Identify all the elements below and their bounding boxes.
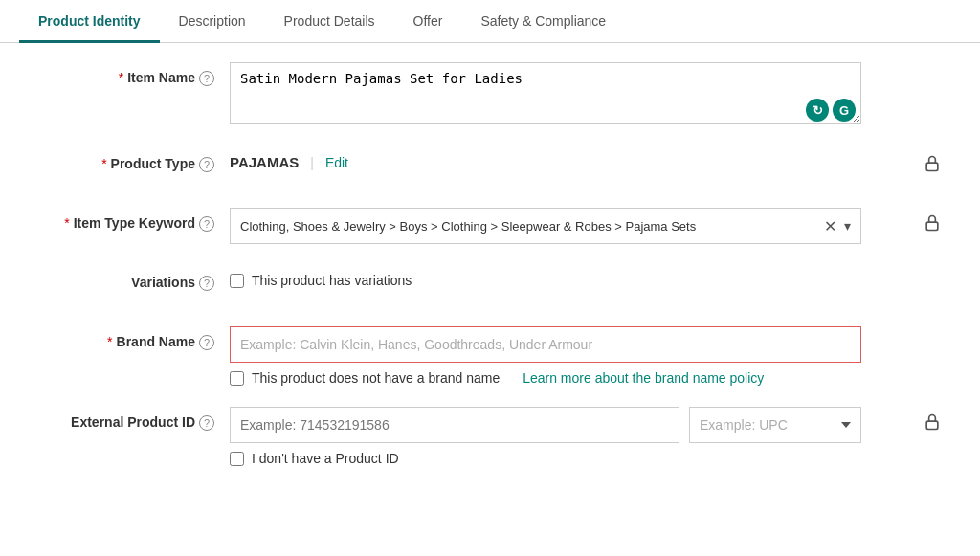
item-type-keyword-label: * Item Type Keyword ? bbox=[19, 208, 230, 232]
item-name-row: * Item Name ? Satin Modern Pajamas Set f… bbox=[19, 62, 942, 127]
external-product-id-label: External Product ID ? bbox=[19, 407, 230, 431]
brand-name-help-icon[interactable]: ? bbox=[199, 335, 214, 350]
item-type-keyword-label-text: Item Type Keyword bbox=[74, 215, 195, 231]
item-type-keyword-help-icon[interactable]: ? bbox=[199, 216, 214, 232]
item-name-required: * bbox=[119, 70, 123, 85]
item-name-icon-arrow[interactable]: ↻ bbox=[806, 99, 829, 122]
product-type-help-icon[interactable]: ? bbox=[199, 157, 214, 172]
product-type-value-row: PAJAMAS | Edit bbox=[230, 148, 348, 170]
tab-navigation: Product Identity Description Product Det… bbox=[0, 0, 980, 43]
tab-description[interactable]: Description bbox=[160, 0, 265, 42]
product-type-lock[interactable] bbox=[923, 148, 942, 173]
variations-checkbox-row: This product has variations bbox=[230, 267, 412, 288]
tab-product-details[interactable]: Product Details bbox=[265, 0, 394, 42]
item-type-keyword-value: Clothing, Shoes & Jewelry > Boys > Cloth… bbox=[240, 219, 824, 234]
tab-safety-compliance[interactable]: Safety & Compliance bbox=[461, 0, 625, 42]
item-name-label: * Item Name ? bbox=[19, 62, 230, 86]
item-type-keyword-control: Clothing, Shoes & Jewelry > Boys > Cloth… bbox=[230, 208, 907, 244]
item-name-icon-g[interactable]: G bbox=[833, 99, 856, 122]
svg-rect-1 bbox=[926, 222, 938, 230]
keyword-clear-button[interactable]: ✕ bbox=[824, 217, 836, 235]
brand-name-input[interactable] bbox=[230, 326, 861, 363]
external-product-id-label-text: External Product ID bbox=[71, 414, 195, 430]
keyword-chevron-icon[interactable]: ▾ bbox=[844, 218, 851, 234]
item-name-help-icon[interactable]: ? bbox=[199, 71, 214, 86]
tab-product-identity[interactable]: Product Identity bbox=[19, 0, 160, 42]
ext-id-number-input[interactable] bbox=[230, 407, 679, 443]
brand-no-name-row: This product does not have a brand name … bbox=[230, 370, 764, 386]
item-name-icons: ↻ G bbox=[806, 99, 856, 122]
variations-label-text: Variations bbox=[131, 275, 195, 290]
keyword-actions: ✕ ▾ bbox=[824, 217, 851, 235]
item-name-control: Satin Modern Pajamas Set for Ladies ↻ G bbox=[230, 62, 942, 127]
ext-id-type-select[interactable]: Example: UPC UPC EAN ISBN GTIN bbox=[689, 407, 861, 443]
variations-row: Variations ? This product has variations bbox=[19, 267, 942, 305]
product-type-label: * Product Type ? bbox=[19, 148, 230, 172]
product-type-value-text: PAJAMAS bbox=[230, 154, 299, 170]
variations-label: Variations ? bbox=[19, 267, 230, 291]
variations-control: This product has variations bbox=[230, 267, 942, 288]
no-product-id-checkbox[interactable] bbox=[230, 452, 244, 466]
external-product-id-help-icon[interactable]: ? bbox=[199, 415, 214, 431]
brand-name-required: * bbox=[107, 334, 112, 349]
svg-rect-0 bbox=[926, 163, 938, 170]
tab-offer[interactable]: Offer bbox=[394, 0, 462, 42]
variations-checkbox-label: This product has variations bbox=[252, 273, 412, 288]
product-type-label-text: Product Type bbox=[111, 156, 195, 171]
brand-no-name-label: This product does not have a brand name bbox=[252, 370, 500, 386]
external-product-id-control: Example: UPC UPC EAN ISBN GTIN I don't h… bbox=[230, 407, 907, 466]
brand-name-label: * Brand Name ? bbox=[19, 326, 230, 350]
external-product-id-row: External Product ID ? Example: UPC UPC E… bbox=[19, 407, 942, 466]
item-type-keyword-dropdown[interactable]: Clothing, Shoes & Jewelry > Boys > Cloth… bbox=[230, 208, 861, 244]
brand-name-row: * Brand Name ? This product does not hav… bbox=[19, 326, 942, 386]
item-type-keyword-row: * Item Type Keyword ? Clothing, Shoes & … bbox=[19, 208, 942, 246]
svg-rect-2 bbox=[926, 421, 938, 429]
product-type-row: * Product Type ? PAJAMAS | Edit bbox=[19, 148, 942, 187]
brand-name-label-text: Brand Name bbox=[117, 334, 195, 349]
item-name-label-text: Item Name bbox=[127, 70, 195, 85]
product-identity-form: * Item Name ? Satin Modern Pajamas Set f… bbox=[0, 43, 980, 506]
variations-checkbox[interactable] bbox=[230, 274, 244, 288]
product-type-required: * bbox=[101, 156, 106, 171]
product-type-edit-link[interactable]: Edit bbox=[325, 155, 348, 170]
ext-id-inputs-row: Example: UPC UPC EAN ISBN GTIN bbox=[230, 407, 861, 443]
item-name-textarea[interactable]: Satin Modern Pajamas Set for Ladies bbox=[230, 62, 861, 124]
no-product-id-row: I don't have a Product ID bbox=[230, 451, 399, 466]
no-product-id-label: I don't have a Product ID bbox=[252, 451, 399, 466]
item-name-textarea-wrapper: Satin Modern Pajamas Set for Ladies ↻ G bbox=[230, 62, 861, 127]
product-type-pipe: | bbox=[310, 155, 314, 170]
item-type-keyword-required: * bbox=[64, 215, 69, 231]
external-product-id-lock[interactable] bbox=[923, 407, 942, 432]
brand-name-control: This product does not have a brand name … bbox=[230, 326, 942, 386]
product-type-control: PAJAMAS | Edit bbox=[230, 148, 907, 170]
brand-learn-more-link[interactable]: Learn more about the brand name policy bbox=[523, 370, 764, 386]
item-type-keyword-lock[interactable] bbox=[923, 208, 942, 233]
brand-no-name-checkbox[interactable] bbox=[230, 371, 244, 386]
variations-help-icon[interactable]: ? bbox=[199, 276, 214, 291]
